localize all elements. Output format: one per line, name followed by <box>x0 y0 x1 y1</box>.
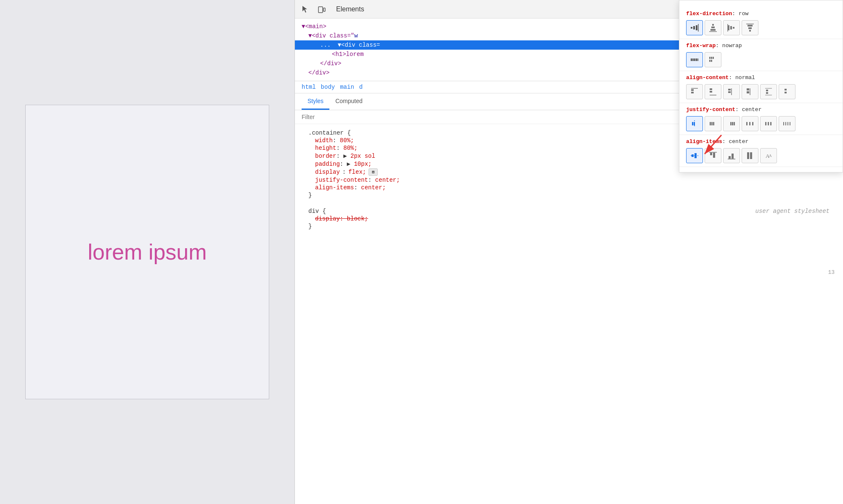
svg-rect-27 <box>711 60 712 62</box>
svg-rect-72 <box>729 156 731 159</box>
justify-space-around-btn[interactable] <box>760 116 777 131</box>
align-items-baseline-btn[interactable]: AA <box>760 148 777 163</box>
svg-rect-62 <box>783 122 784 125</box>
flex-nowrap-btn[interactable] <box>686 52 703 67</box>
align-content-space-around-btn[interactable] <box>779 84 795 99</box>
justify-start-btn[interactable] <box>705 116 721 131</box>
svg-rect-18 <box>691 58 692 61</box>
svg-rect-15 <box>748 27 752 29</box>
breadcrumb-html[interactable]: html <box>302 84 316 90</box>
svg-rect-51 <box>711 122 713 125</box>
devtools-panel: Elements ▼<main> ▼<div class="w ... ▼<di… <box>294 0 843 504</box>
breadcrumb-body[interactable]: body <box>321 84 335 90</box>
align-items-label: align-items: center <box>686 138 836 145</box>
svg-rect-30 <box>691 92 694 93</box>
svg-rect-50 <box>710 122 711 125</box>
css-selector-div: div { user agent stylesheet <box>302 207 836 215</box>
align-content-label: align-content: normal <box>686 74 836 81</box>
svg-rect-56 <box>746 122 748 125</box>
svg-rect-12 <box>733 27 734 29</box>
css-prop-display-block: display: block; <box>302 215 836 223</box>
justify-content-section: justify-content: center <box>679 103 843 135</box>
device-icon[interactable] <box>316 3 328 15</box>
justify-space-between-btn[interactable] <box>742 116 758 131</box>
align-content-center-btn[interactable] <box>723 84 740 99</box>
css-close-div: } <box>302 223 836 230</box>
justify-content-buttons <box>686 116 836 131</box>
css-prop-align-items[interactable]: align-items: center; <box>302 184 836 191</box>
svg-rect-76 <box>750 152 752 159</box>
svg-rect-23 <box>709 57 710 59</box>
svg-rect-35 <box>728 91 731 93</box>
align-content-space-between-btn[interactable] <box>760 84 777 99</box>
svg-rect-16 <box>749 30 751 32</box>
flex-direction-section: flex-direction: row <box>679 7 843 39</box>
flex-dir-row-rev-btn[interactable] <box>723 20 740 35</box>
align-items-center-btn[interactable] <box>686 148 703 163</box>
svg-rect-20 <box>694 58 695 61</box>
elements-tab[interactable]: Elements <box>333 4 368 15</box>
lorem-ipsum-heading: lorem ipsum <box>87 239 207 265</box>
svg-rect-34 <box>728 89 731 90</box>
justify-end-btn[interactable] <box>723 116 740 131</box>
breadcrumb-d[interactable]: d <box>359 84 363 90</box>
svg-rect-37 <box>747 88 749 90</box>
svg-rect-70 <box>713 153 715 158</box>
flex-dir-col-btn[interactable] <box>705 20 721 35</box>
svg-rect-61 <box>770 122 771 125</box>
line-number: 13 <box>828 269 835 276</box>
tab-computed[interactable]: Computed <box>329 93 368 110</box>
svg-rect-69 <box>710 153 712 155</box>
align-items-end-btn[interactable] <box>723 148 740 163</box>
flex-dir-row-btn[interactable] <box>686 20 703 35</box>
flex-wrap-label: flex-wrap: nowrap <box>686 42 836 49</box>
flex-direction-buttons <box>686 20 836 35</box>
flex-wrap-buttons <box>686 52 836 67</box>
svg-rect-55 <box>734 122 735 125</box>
svg-rect-75 <box>747 152 749 159</box>
svg-rect-25 <box>713 57 714 59</box>
breadcrumb-main[interactable]: main <box>340 84 354 90</box>
preview-area: lorem ipsum <box>0 0 294 504</box>
svg-rect-38 <box>747 91 749 93</box>
svg-rect-47 <box>692 122 693 125</box>
svg-rect-7 <box>711 27 715 28</box>
svg-rect-32 <box>710 88 712 90</box>
cursor-icon[interactable] <box>299 3 311 15</box>
align-items-start-btn[interactable] <box>705 148 721 163</box>
align-content-stretch-btn[interactable] <box>742 84 758 99</box>
svg-rect-59 <box>765 122 766 125</box>
svg-rect-65 <box>790 122 790 125</box>
svg-rect-54 <box>732 122 733 125</box>
svg-rect-60 <box>768 122 769 125</box>
svg-rect-64 <box>787 122 788 125</box>
tab-styles[interactable]: Styles <box>302 93 329 110</box>
svg-rect-19 <box>692 58 694 61</box>
flex-grid-icon[interactable]: ⊞ <box>368 168 378 176</box>
svg-rect-0 <box>318 7 323 13</box>
align-content-end-btn[interactable] <box>705 84 721 99</box>
svg-rect-42 <box>766 90 768 91</box>
svg-rect-29 <box>691 89 694 91</box>
svg-rect-24 <box>711 57 712 59</box>
svg-rect-53 <box>730 122 732 125</box>
flex-tooltip-popup: flex-direction: row flex-wrap: n <box>679 0 843 172</box>
svg-rect-45 <box>785 92 787 93</box>
svg-rect-73 <box>732 154 734 159</box>
svg-text:A: A <box>769 154 772 158</box>
justify-content-label: justify-content: center <box>686 106 836 113</box>
align-items-stretch-btn[interactable] <box>742 148 758 163</box>
svg-rect-3 <box>693 26 695 29</box>
align-items-section: align-items: center AA <box>679 135 843 167</box>
justify-space-evenly-btn[interactable] <box>779 116 795 131</box>
justify-center-btn[interactable] <box>686 116 703 131</box>
svg-rect-57 <box>749 122 750 125</box>
flex-wrap-btn[interactable] <box>705 52 721 67</box>
flex-dir-col-rev-btn[interactable] <box>742 20 758 35</box>
css-prop-justify-content[interactable]: justify-content: center; <box>302 176 836 184</box>
svg-rect-14 <box>748 25 753 27</box>
css-rules: .container { width: 80%; height: 80%; bo… <box>295 124 843 504</box>
align-content-start-btn[interactable] <box>686 84 703 99</box>
svg-rect-43 <box>766 92 768 94</box>
flex-wrap-section: flex-wrap: nowrap <box>679 39 843 71</box>
